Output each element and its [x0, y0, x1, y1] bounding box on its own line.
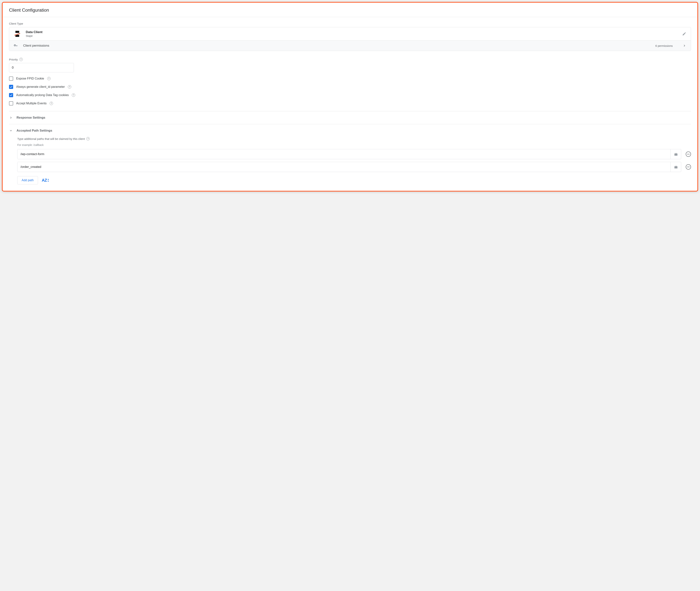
chevron-right-icon — [683, 44, 686, 48]
page-title: Client Configuration — [3, 3, 697, 17]
accepted-paths-example: For example: /callback — [17, 143, 691, 146]
lego-icon — [674, 152, 678, 156]
remove-path-button[interactable] — [686, 164, 691, 170]
help-icon[interactable]: ? — [72, 93, 75, 97]
insert-variable-button[interactable] — [671, 162, 681, 172]
checkbox-label: Accept Multiple Events — [16, 102, 47, 105]
path-input[interactable] — [17, 162, 671, 172]
client-config-panel: Client Configuration Client Type Data Cl… — [2, 2, 698, 192]
help-icon[interactable]: ? — [50, 102, 53, 105]
checkbox-icon[interactable] — [9, 93, 13, 97]
checkbox-icon[interactable] — [9, 76, 13, 81]
lego-icon — [674, 165, 678, 169]
insert-variable-button[interactable] — [671, 149, 681, 159]
checkbox-expose-fpid[interactable]: Expose FPID Cookie ? — [9, 76, 691, 81]
path-input[interactable] — [17, 149, 671, 159]
checkbox-icon[interactable] — [9, 101, 13, 106]
response-settings-title: Response Settings — [16, 116, 45, 120]
sort-arrows-icon — [47, 179, 49, 182]
response-settings-expander[interactable]: Response Settings — [9, 111, 691, 124]
checkbox-always-clientid[interactable]: Always generate client_id parameter ? — [9, 85, 691, 89]
client-vendor: Stape — [26, 35, 43, 38]
checkbox-icon[interactable] — [9, 85, 13, 89]
client-type-box: Data Client Stape Client permissions 6 p… — [9, 27, 691, 51]
svg-marker-3 — [48, 179, 49, 180]
checkbox-label: Expose FPID Cookie — [16, 77, 44, 80]
key-icon — [14, 44, 18, 48]
accepted-paths-title: Accepted Path Settings — [16, 129, 52, 133]
client-type-row[interactable]: Data Client Stape — [9, 27, 691, 41]
chevron-down-icon — [9, 129, 13, 133]
client-permissions-row[interactable]: Client permissions 6 permissions — [9, 41, 691, 51]
checkbox-auto-prolong[interactable]: Automatically prolong Data Tag cookies ? — [9, 93, 691, 97]
checkbox-accept-multiple[interactable]: Accept Multiple Events ? — [9, 101, 691, 106]
checkbox-label: Always generate client_id parameter — [16, 85, 65, 88]
stape-logo-icon — [14, 30, 20, 37]
remove-path-button[interactable] — [686, 151, 691, 157]
sort-paths-button[interactable]: AZ — [42, 178, 49, 183]
priority-label: Priority ? — [9, 58, 691, 61]
client-type-label: Client Type — [9, 22, 691, 25]
path-row — [17, 162, 691, 172]
permissions-count: 6 permissions — [655, 44, 673, 47]
checkbox-label: Automatically prolong Data Tag cookies — [16, 93, 69, 97]
edit-icon[interactable] — [682, 32, 686, 36]
help-icon[interactable]: ? — [86, 137, 90, 140]
path-row — [17, 149, 691, 159]
client-name: Data Client — [26, 30, 43, 34]
add-path-button[interactable]: Add path — [17, 176, 38, 184]
priority-input[interactable] — [9, 63, 74, 72]
accepted-paths-helper: Type additional paths that will be claim… — [17, 137, 691, 140]
accepted-paths-expander[interactable]: Accepted Path Settings — [9, 124, 691, 137]
permissions-label: Client permissions — [23, 44, 49, 48]
help-icon[interactable]: ? — [68, 85, 71, 88]
svg-rect-0 — [15, 31, 19, 33]
svg-marker-4 — [48, 181, 49, 182]
help-icon[interactable]: ? — [19, 58, 23, 61]
help-icon[interactable]: ? — [47, 77, 51, 80]
chevron-right-icon — [9, 116, 13, 120]
